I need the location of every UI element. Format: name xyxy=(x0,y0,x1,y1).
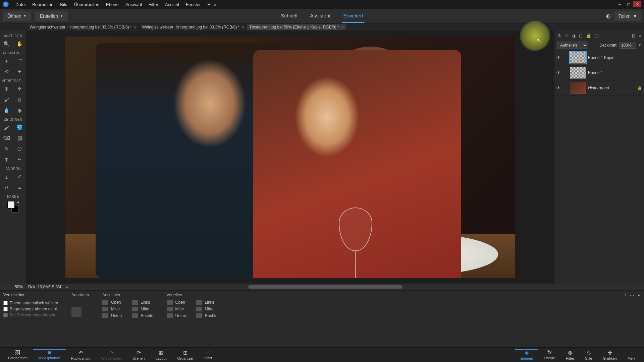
align-button[interactable]: Rechts xyxy=(132,313,153,318)
marquee-icon[interactable]: ⬚ xyxy=(13,56,26,66)
create-button[interactable]: Erstellen▼ xyxy=(35,11,68,21)
wand-icon[interactable]: ✦ xyxy=(13,66,26,77)
option-checkbox[interactable]: Begrenzungsrahmen einbl. xyxy=(3,306,58,312)
bottom-layout[interactable]: ▦Layout xyxy=(150,349,172,361)
align-button[interactable]: Mitte xyxy=(196,307,217,311)
align-button[interactable]: Oben xyxy=(102,300,122,305)
close-tab-icon[interactable]: ✕ xyxy=(241,25,244,29)
menu-auswahl[interactable]: Auswahl xyxy=(122,2,145,7)
menu-bild[interactable]: Bild xyxy=(57,2,71,7)
layer-visibility-icon[interactable]: 👁 xyxy=(556,55,561,60)
canvas-area[interactable] xyxy=(26,31,554,284)
layer-name[interactable]: Hintergrund xyxy=(588,85,635,90)
fx-panel-icon[interactable]: ⬚ xyxy=(595,33,599,38)
document-tab[interactable]: Weinglas schwarzer Hintergrund.jpg bei 3… xyxy=(27,24,140,30)
bottom-rückgängig[interactable]: ↶Rückgängig xyxy=(66,349,96,361)
bottom-fotobereich[interactable]: 🖼Fotobereich xyxy=(3,349,33,361)
bottom-ebenen[interactable]: ◈Ebenen xyxy=(515,349,539,361)
fg-color[interactable] xyxy=(7,201,15,208)
brush-icon[interactable]: 🖌 xyxy=(0,122,13,133)
gradient-icon[interactable]: ▤ xyxy=(13,133,26,143)
shape-icon[interactable]: ⬠ xyxy=(13,143,26,154)
layer-row[interactable]: 👁Ebene 1 Kopie xyxy=(554,50,644,65)
mode-tab-erweitert[interactable]: Erweitert xyxy=(342,9,364,23)
chevron-right-icon[interactable]: ▸ xyxy=(66,285,68,289)
brush-heal-icon[interactable]: 🖌 xyxy=(0,94,13,105)
pencil-icon[interactable]: ✎ xyxy=(0,143,13,154)
crop-icon[interactable]: ⟂ xyxy=(0,171,13,182)
adjust-icon[interactable]: ◑ xyxy=(572,33,576,38)
blend-mode-select[interactable]: Aufhellen xyxy=(557,42,588,49)
swap-colors-icon[interactable]: ⇄ xyxy=(17,200,19,204)
bottom-effekte[interactable]: fxEffekte xyxy=(538,349,560,361)
help-icon[interactable]: ? xyxy=(624,293,626,298)
mode-tab-assistent[interactable]: Assistent xyxy=(309,9,332,23)
mode-tab-schnell[interactable]: Schnell xyxy=(279,9,299,23)
checkbox[interactable] xyxy=(3,307,8,311)
bottom-filter[interactable]: ⊚Filter xyxy=(561,349,580,361)
align-button[interactable]: Oben xyxy=(167,300,186,305)
link-icon[interactable]: ⟲ xyxy=(565,33,569,38)
lock-icon[interactable]: 🔒 xyxy=(586,33,591,38)
menu-datei[interactable]: Datei xyxy=(12,2,29,7)
menu-fenster[interactable]: Fenster xyxy=(182,2,204,7)
align-button[interactable]: Links xyxy=(132,300,153,305)
layer-name[interactable]: Ebene 1 Kopie xyxy=(588,55,642,60)
menu-hilfe[interactable]: Hilfe xyxy=(204,2,219,7)
type-icon[interactable]: T xyxy=(0,154,13,165)
color-swatch[interactable]: ⇄ xyxy=(7,201,19,213)
bottom-wz-optionen[interactable]: ≡WZ-Optionen xyxy=(33,349,65,361)
bottom-mehr[interactable]: ⋯Mehr xyxy=(622,349,641,361)
zoom-value[interactable]: 50% xyxy=(3,285,23,289)
minimize-button[interactable]: ─ xyxy=(616,1,624,7)
document-tab[interactable]: Weinglas weisser Hintergrund.jpg bei 33,… xyxy=(140,24,248,30)
align-button[interactable]: Links xyxy=(196,300,217,305)
bottom-drehen[interactable]: ⟳Drehen xyxy=(127,349,150,361)
close-tab-icon[interactable]: ✕ xyxy=(341,25,344,29)
layer-thumbnail[interactable] xyxy=(570,67,586,79)
horizontal-scrollbar[interactable] xyxy=(248,285,402,289)
bottom-start[interactable]: ⌂Start xyxy=(199,349,217,361)
transform-icon[interactable]: ⤢ xyxy=(13,171,26,182)
opacity-input[interactable] xyxy=(620,42,636,49)
bottom-organizer[interactable]: ⊞Organizer xyxy=(172,349,199,361)
collapse-icon[interactable]: ▾ xyxy=(638,293,640,298)
align-button[interactable]: Unten xyxy=(167,313,186,318)
sponge-icon[interactable]: ◉ xyxy=(13,105,26,116)
align-button[interactable]: Mitte xyxy=(102,307,122,311)
new-doc-icon[interactable]: 🗎 xyxy=(557,33,561,38)
layer-visibility-icon[interactable]: 👁 xyxy=(556,70,561,75)
stamp-icon[interactable]: ⎙ xyxy=(13,94,26,105)
checkbox[interactable] xyxy=(3,301,8,305)
close-tab-icon[interactable]: ✕ xyxy=(134,25,137,29)
share-button[interactable]: Teilen▼ xyxy=(614,11,641,21)
panel-menu-icon[interactable]: ≡ xyxy=(639,33,641,38)
add-icon[interactable]: ＋ xyxy=(0,56,13,66)
bucket-icon[interactable]: 🪣 xyxy=(13,122,26,133)
bottom-grafiken[interactable]: ✚Grafiken xyxy=(597,349,622,361)
zoom-icon[interactable]: 🔍 xyxy=(0,39,13,49)
layer-row[interactable]: 👁Hintergrund🔒 xyxy=(554,80,644,96)
align-button[interactable]: Mitte xyxy=(167,307,186,311)
menu-filter[interactable]: Filter xyxy=(145,2,162,7)
layer-visibility-icon[interactable]: 👁 xyxy=(556,85,561,90)
layer-thumbnail[interactable] xyxy=(570,52,586,64)
document-tab[interactable]: Restaurant.jpg bei 50% (Ebene 1 Kopie, R… xyxy=(247,24,347,30)
layer-thumbnail[interactable] xyxy=(570,82,586,94)
align-icon[interactable]: ≡ xyxy=(13,182,26,193)
align-button[interactable]: Mitte xyxy=(132,307,153,311)
pen-icon[interactable]: ✒ xyxy=(13,154,26,165)
redeye-icon[interactable]: ⊕ xyxy=(0,83,13,94)
bottom-stile[interactable]: ◇Stile xyxy=(580,349,597,361)
align-button[interactable]: Rechts xyxy=(196,313,217,318)
shuffle-icon[interactable]: ⇄ xyxy=(0,182,13,193)
align-button[interactable]: Unten xyxy=(102,313,122,318)
lasso-icon[interactable]: ⟲ xyxy=(0,66,13,77)
eraser-icon[interactable]: ⌫ xyxy=(0,133,13,143)
menu-ebene[interactable]: Ebene xyxy=(103,2,122,7)
menu-bearbeiten[interactable]: Bearbeiten xyxy=(29,2,57,7)
layer-row[interactable]: 👁Ebene 1 xyxy=(554,65,644,80)
spot-icon[interactable]: ✢ xyxy=(13,83,26,94)
maximize-button[interactable]: ▢ xyxy=(625,1,633,7)
blur-icon[interactable]: 💧 xyxy=(0,105,13,116)
